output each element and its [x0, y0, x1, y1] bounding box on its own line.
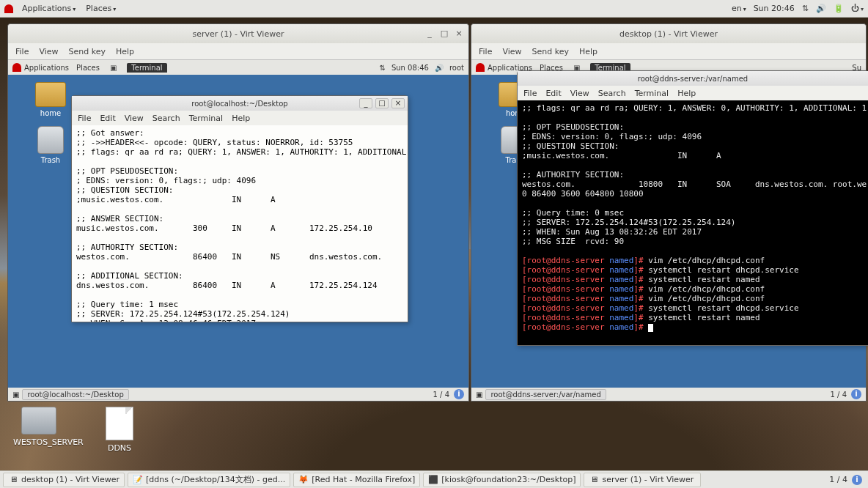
term-menubar: File Edit View Search Terminal Help: [72, 111, 408, 125]
lang-indicator[interactable]: en▾: [732, 4, 746, 13]
term-minimize[interactable]: _: [359, 98, 372, 108]
guest-task-button[interactable]: root@ddns-server:/var/named: [485, 389, 606, 400]
guest-vol-icon[interactable]: 🔊: [435, 64, 444, 72]
host-workspace[interactable]: 1 / 4: [829, 475, 847, 484]
guest-top-panel: Applications Places ▣ Terminal ⇅ Sun 08:…: [8, 60, 468, 75]
guest-clock[interactable]: Sun 08:46: [391, 64, 429, 72]
terminal-tab-icon[interactable]: ▣: [106, 63, 121, 73]
term-maximize[interactable]: □: [375, 98, 389, 108]
virt-window-server: server (1) - Virt Viewer _ □ × File View…: [7, 23, 469, 402]
taskbar-item[interactable]: 📝[ddns (~/Desktop/134文档) - ged...: [128, 473, 290, 487]
virt-window-desktop: desktop (1) - Virt Viewer File View Send…: [471, 23, 867, 402]
guest-workspace[interactable]: 1 / 4: [831, 391, 847, 399]
guest-net-icon[interactable]: ⇅: [380, 64, 386, 72]
guest-desktop-right: Applications Places ▣ Terminal Su hom Tr…: [471, 59, 866, 401]
menu-file[interactable]: File: [479, 47, 492, 56]
window-titlebar[interactable]: server (1) - Virt Viewer _ □ ×: [8, 24, 468, 43]
guest-bottom-panel: ▣ root@localhost:~/Desktop 1 / 4 i: [8, 388, 468, 401]
redhat-icon: [4, 4, 13, 13]
menu-view[interactable]: View: [502, 47, 521, 56]
menu-file[interactable]: File: [15, 47, 29, 56]
guest-home-folder[interactable]: home: [30, 82, 71, 117]
taskbar-item[interactable]: 🖥server (1) - Virt Viewer: [584, 473, 701, 487]
info-icon[interactable]: i: [852, 475, 862, 485]
menu-sendkey[interactable]: Send key: [532, 47, 569, 56]
taskbar-item[interactable]: ⬛[kiosk@foundation23:~/Desktop]: [423, 473, 581, 487]
menu-sendkey[interactable]: Send key: [69, 47, 106, 56]
terminal-output[interactable]: ;; Got answer: ;; ->>HEADER<<- opcode: Q…: [72, 125, 408, 322]
virt-menubar: File View Send key Help: [471, 43, 866, 59]
guest-apps-menu[interactable]: Applications: [24, 64, 69, 72]
desktop-ddns-file[interactable]: DDNS: [94, 407, 145, 453]
terminal-titlebar[interactable]: root@ddns-server:/var/named: [518, 71, 868, 86]
info-icon[interactable]: i: [851, 389, 861, 399]
applications-menu[interactable]: Applications▾: [18, 2, 80, 15]
host-bottom-panel: 🖥desktop (1) - Virt Viewer 📝[ddns (~/Des…: [0, 470, 868, 488]
guest-user[interactable]: root: [449, 64, 464, 72]
guest-workspace[interactable]: 1 / 4: [433, 391, 449, 399]
term-menubar: File Edit View Search Terminal Help: [518, 86, 868, 100]
volume-icon[interactable]: 🔊: [816, 4, 826, 13]
minimize-button[interactable]: _: [424, 29, 435, 39]
battery-icon[interactable]: 🔋: [834, 4, 844, 13]
guest-trash[interactable]: Trash: [30, 126, 71, 164]
info-icon[interactable]: i: [454, 389, 464, 399]
host-top-panel: Applications▾ Places▾ en▾ Sun 20:46 ⇅ 🔊 …: [0, 0, 868, 18]
maximize-button[interactable]: □: [439, 29, 449, 39]
guest-task-button[interactable]: root@localhost:~/Desktop: [22, 389, 128, 400]
term-close[interactable]: ×: [391, 98, 405, 108]
guest-places-menu[interactable]: Places: [76, 64, 100, 72]
power-icon[interactable]: ⏻▾: [851, 4, 864, 13]
redhat-icon: [476, 63, 485, 72]
taskbar-item[interactable]: 🦊[Red Hat - Mozilla Firefox]: [293, 473, 420, 487]
redhat-icon: [12, 63, 21, 72]
menu-help[interactable]: Help: [579, 47, 597, 56]
window-titlebar[interactable]: desktop (1) - Virt Viewer: [471, 24, 866, 43]
clock[interactable]: Sun 20:46: [754, 4, 795, 13]
guest-desktop-left: Applications Places ▣ Terminal ⇅ Sun 08:…: [8, 59, 468, 401]
terminal-output[interactable]: ;; flags: qr aa rd ra; QUERY: 1, ANSWER:…: [518, 100, 868, 345]
network-icon[interactable]: ⇅: [802, 4, 809, 13]
taskbar-item[interactable]: 🖥desktop (1) - Virt Viewer: [3, 473, 125, 487]
close-button[interactable]: ×: [454, 29, 464, 39]
guest-bottom-panel: ▣ root@ddns-server:/var/named 1 / 4 i: [471, 388, 866, 401]
menu-help[interactable]: Help: [116, 47, 134, 56]
terminal-tab[interactable]: Terminal: [127, 63, 166, 73]
terminal-titlebar[interactable]: root@localhost:~/Desktop _ □ ×: [72, 96, 408, 111]
terminal-window-ddns: root@ddns-server:/var/named File Edit Vi…: [517, 70, 868, 346]
terminal-window-localhost: root@localhost:~/Desktop _ □ × File Edit…: [71, 95, 408, 322]
desktop-server-icon[interactable]: WESTOS_SERVER: [13, 407, 65, 447]
virt-menubar: File View Send key Help: [8, 43, 468, 59]
menu-view[interactable]: View: [39, 47, 58, 56]
places-menu[interactable]: Places▾: [81, 2, 120, 15]
